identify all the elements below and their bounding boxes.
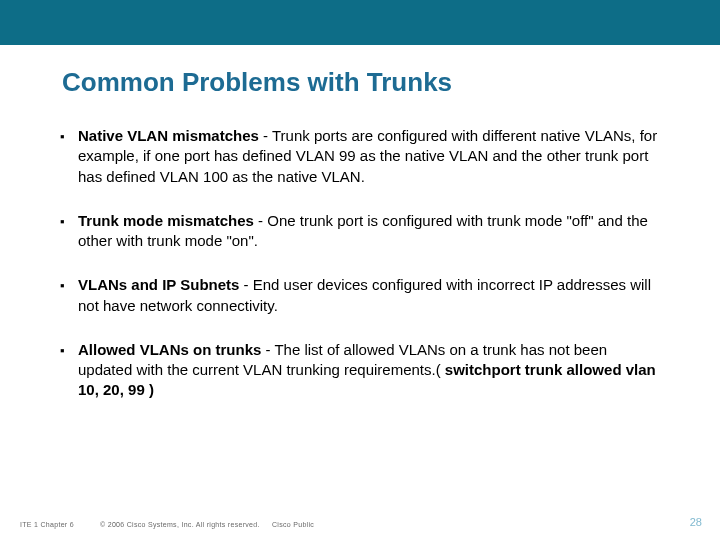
bullet-item: VLANs and IP Subnets - End user devices … [78, 275, 658, 316]
footer-left: ITE 1 Chapter 6 [20, 521, 74, 528]
bullet-bold: Native VLAN mismatches [78, 127, 259, 144]
bullet-bold: VLANs and IP Subnets [78, 276, 239, 293]
bullet-item: Trunk mode mismatches - One trunk port i… [78, 211, 658, 252]
page-number: 28 [690, 516, 702, 528]
bullet-item: Allowed VLANs on trunks - The list of al… [78, 340, 658, 401]
footer: ITE 1 Chapter 6 © 2006 Cisco Systems, In… [0, 514, 720, 528]
bullet-item: Native VLAN mismatches - Trunk ports are… [78, 126, 658, 187]
bullet-bold: Trunk mode mismatches [78, 212, 254, 229]
slide: Common Problems with Trunks Native VLAN … [0, 0, 720, 540]
footer-copyright: © 2006 Cisco Systems, Inc. All rights re… [100, 521, 260, 528]
header-band [0, 0, 720, 45]
bullet-bold: Allowed VLANs on trunks [78, 341, 261, 358]
slide-title: Common Problems with Trunks [62, 67, 720, 98]
body-content: Native VLAN mismatches - Trunk ports are… [78, 126, 658, 401]
footer-public: Cisco Public [272, 521, 314, 528]
